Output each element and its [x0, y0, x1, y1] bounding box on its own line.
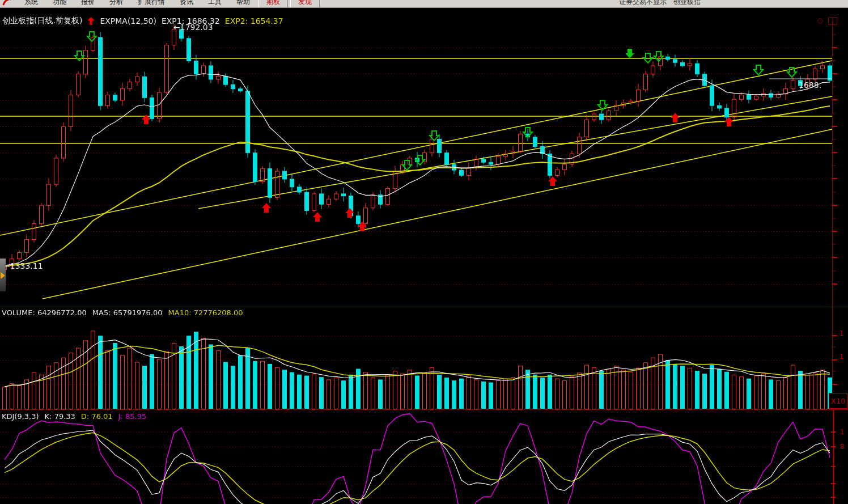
kdj-axis-label-1: 1: [840, 428, 848, 436]
kdj-d-value: D: 76.01: [81, 412, 113, 421]
menu-bar: 系统功能报价分析扩展行情资讯工具帮助期权发现 证券交易不显示 创业板指: [0, 0, 848, 8]
kdj-name: KDJ(9,3,3): [2, 412, 39, 421]
kdj-header: KDJ(9,3,3) K: 79.33 D: 76.01 J: 85.95: [2, 412, 146, 421]
panel-separator[interactable]: [0, 307, 848, 307]
menu-item-1[interactable]: 功能: [45, 0, 74, 8]
diamond-icon[interactable]: ◇: [817, 16, 824, 25]
split-window-icon[interactable]: [828, 17, 837, 25]
menu-item-6[interactable]: 工具: [201, 0, 229, 8]
volume-ma10-value: MA10: 72776208.00: [168, 308, 243, 317]
chart-title-bar: 创业板指(日线.前复权) EXPMA(12,50) EXP1: 1686.32 …: [2, 16, 283, 26]
menu-item-3[interactable]: 分析: [102, 0, 130, 8]
symbol-title: 创业板指(日线.前复权): [2, 16, 82, 26]
kdj-j-value: J: 85.95: [118, 412, 147, 421]
volume-value: VOLUME: 64296772.00: [2, 308, 87, 317]
menu-item-5[interactable]: 资讯: [172, 0, 201, 8]
volume-ma5-value: MA5: 65791976.00: [92, 308, 163, 317]
trading-app-window: 系统功能报价分析扩展行情资讯工具帮助期权发现 证券交易不显示 创业板指 创业板指…: [0, 0, 848, 504]
volume-axis-label-2: 1: [839, 353, 847, 361]
menu-hot-item-1[interactable]: 发现: [290, 0, 320, 8]
kdj-k-value: K: 79.33: [45, 412, 75, 421]
exp2-value: EXP2: 1654.37: [225, 16, 283, 26]
menu-item-0[interactable]: 系统: [17, 0, 45, 8]
up-arrow-icon: [87, 17, 95, 25]
menu-item-2[interactable]: 报价: [74, 0, 102, 8]
menu-item-7[interactable]: 帮助: [229, 0, 257, 8]
volume-multiplier-badge: X10: [829, 393, 847, 409]
kdj-axis-label-2: 8: [840, 443, 848, 451]
main-price-chart[interactable]: [0, 8, 848, 307]
play-icon: [1, 272, 5, 279]
panel-separator-2[interactable]: [0, 409, 848, 410]
menu-hot-item-0[interactable]: 期权: [258, 0, 288, 8]
sidebar-expand-handle[interactable]: [0, 259, 6, 291]
volume-axis-label-1: 1: [839, 329, 847, 337]
low-price-label: ←1333.11: [3, 261, 43, 270]
last-price-label: 1688.: [799, 81, 821, 90]
trade-status-text: 证券交易不显示 创业板指: [619, 0, 701, 7]
app-logo-icon: [2, 0, 14, 6]
indicator-name: EXPMA(12,50): [100, 16, 156, 26]
volume-panel-chart[interactable]: [0, 307, 848, 409]
menu-item-4[interactable]: 扩展行情: [130, 0, 172, 8]
kdj-panel-chart[interactable]: [0, 410, 848, 504]
high-price-label: ←1792.03: [173, 23, 213, 32]
volume-header: VOLUME: 64296772.00 MA5: 65791976.00 MA1…: [2, 308, 243, 317]
